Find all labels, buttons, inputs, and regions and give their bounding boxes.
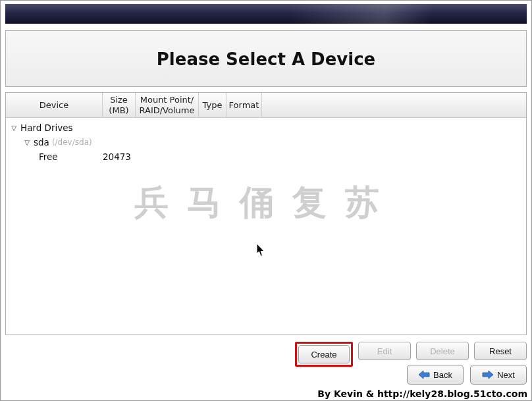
col-mount-l2: RAID/Volume [140,105,195,116]
create-highlight: Create [295,342,353,367]
tree-row-free[interactable]: Free 20473 [6,149,526,164]
reset-button[interactable]: Reset [474,342,527,360]
sda-label: sda [34,137,49,147]
col-spacer [262,93,526,117]
table-header: Device Size (MB) Mount Point/ RAID/Volum… [6,93,526,118]
col-size[interactable]: Size (MB) [103,93,136,117]
col-size-l2: (MB) [109,105,128,116]
delete-button: Delete [416,342,469,360]
free-label: Free [39,151,103,162]
tree-row-hard-drives[interactable]: ▽ Hard Drives [6,120,526,135]
next-button[interactable]: Next [470,365,527,385]
col-type[interactable]: Type [199,93,226,117]
edit-button: Edit [358,342,411,360]
col-size-l1: Size [110,95,128,105]
action-buttons: Create Edit Delete Reset [5,342,527,367]
create-button[interactable]: Create [298,345,350,363]
back-label: Back [433,370,452,380]
page-title: Please Select A Device [6,49,526,69]
expand-icon[interactable]: ▽ [23,139,31,146]
col-mount-l1: Mount Point/ [140,95,194,105]
tree-row-sda[interactable]: ▽ sda (/dev/sda) [6,135,526,149]
arrow-right-icon [482,370,494,379]
col-device[interactable]: Device [6,93,103,117]
back-button[interactable]: Back [407,365,464,385]
free-size: 20473 [103,151,131,162]
sda-path: (/dev/sda) [52,138,92,147]
device-tree[interactable]: ▽ Hard Drives ▽ sda (/dev/sda) Free 2047… [6,118,526,334]
watermark-text: 兵马俑复苏 [6,180,526,226]
title-bar [5,4,527,24]
nav-buttons: Back Next [407,365,527,385]
arrow-left-icon [418,370,430,379]
hard-drives-label: Hard Drives [20,122,73,133]
col-mount[interactable]: Mount Point/ RAID/Volume [136,93,199,117]
col-format[interactable]: Format [226,93,262,117]
next-label: Next [497,370,515,380]
title-panel: Please Select A Device [5,30,527,87]
mouse-cursor-icon [256,243,267,257]
attribution-text: By Kevin & http://kely28.blog.51cto.com [317,388,527,399]
device-table: Device Size (MB) Mount Point/ RAID/Volum… [5,92,527,335]
expand-icon[interactable]: ▽ [10,124,18,132]
